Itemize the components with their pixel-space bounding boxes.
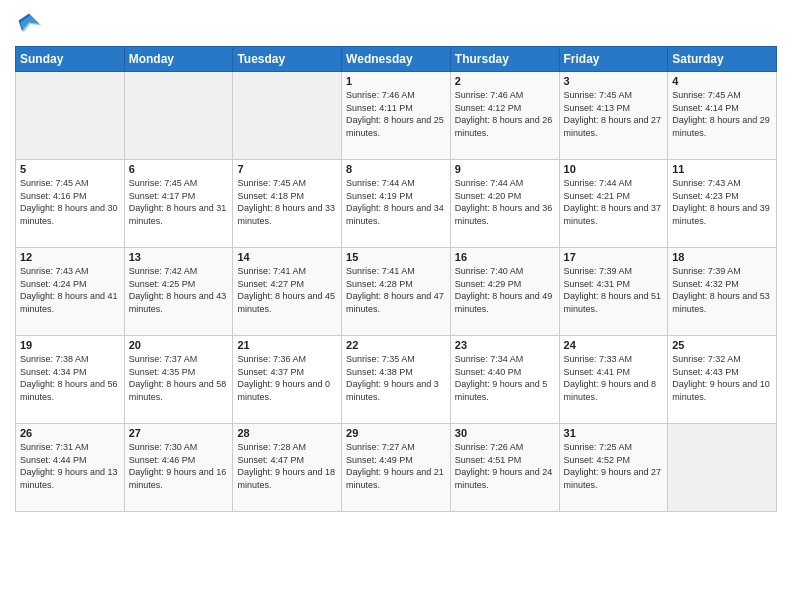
weekday-header-saturday: Saturday — [668, 47, 777, 72]
weekday-header-thursday: Thursday — [450, 47, 559, 72]
day-number: 2 — [455, 75, 555, 87]
calendar-cell: 31Sunrise: 7:25 AMSunset: 4:52 PMDayligh… — [559, 424, 668, 512]
day-info: Sunrise: 7:44 AMSunset: 4:19 PMDaylight:… — [346, 177, 446, 227]
calendar-cell: 2Sunrise: 7:46 AMSunset: 4:12 PMDaylight… — [450, 72, 559, 160]
calendar-cell: 15Sunrise: 7:41 AMSunset: 4:28 PMDayligh… — [342, 248, 451, 336]
day-info: Sunrise: 7:27 AMSunset: 4:49 PMDaylight:… — [346, 441, 446, 491]
day-info: Sunrise: 7:30 AMSunset: 4:46 PMDaylight:… — [129, 441, 229, 491]
calendar-cell: 22Sunrise: 7:35 AMSunset: 4:38 PMDayligh… — [342, 336, 451, 424]
calendar-cell: 18Sunrise: 7:39 AMSunset: 4:32 PMDayligh… — [668, 248, 777, 336]
day-number: 10 — [564, 163, 664, 175]
day-info: Sunrise: 7:41 AMSunset: 4:27 PMDaylight:… — [237, 265, 337, 315]
day-info: Sunrise: 7:26 AMSunset: 4:51 PMDaylight:… — [455, 441, 555, 491]
weekday-header-row: SundayMondayTuesdayWednesdayThursdayFrid… — [16, 47, 777, 72]
day-info: Sunrise: 7:39 AMSunset: 4:31 PMDaylight:… — [564, 265, 664, 315]
weekday-header-wednesday: Wednesday — [342, 47, 451, 72]
week-row-3: 12Sunrise: 7:43 AMSunset: 4:24 PMDayligh… — [16, 248, 777, 336]
calendar-table: SundayMondayTuesdayWednesdayThursdayFrid… — [15, 46, 777, 512]
day-info: Sunrise: 7:45 AMSunset: 4:18 PMDaylight:… — [237, 177, 337, 227]
calendar-cell: 17Sunrise: 7:39 AMSunset: 4:31 PMDayligh… — [559, 248, 668, 336]
day-info: Sunrise: 7:45 AMSunset: 4:17 PMDaylight:… — [129, 177, 229, 227]
day-number: 13 — [129, 251, 229, 263]
day-number: 3 — [564, 75, 664, 87]
week-row-4: 19Sunrise: 7:38 AMSunset: 4:34 PMDayligh… — [16, 336, 777, 424]
day-number: 14 — [237, 251, 337, 263]
calendar-cell: 28Sunrise: 7:28 AMSunset: 4:47 PMDayligh… — [233, 424, 342, 512]
calendar-cell: 29Sunrise: 7:27 AMSunset: 4:49 PMDayligh… — [342, 424, 451, 512]
calendar-cell: 5Sunrise: 7:45 AMSunset: 4:16 PMDaylight… — [16, 160, 125, 248]
weekday-header-monday: Monday — [124, 47, 233, 72]
day-info: Sunrise: 7:44 AMSunset: 4:21 PMDaylight:… — [564, 177, 664, 227]
calendar-cell: 6Sunrise: 7:45 AMSunset: 4:17 PMDaylight… — [124, 160, 233, 248]
day-number: 1 — [346, 75, 446, 87]
day-number: 17 — [564, 251, 664, 263]
day-number: 24 — [564, 339, 664, 351]
day-number: 22 — [346, 339, 446, 351]
day-info: Sunrise: 7:34 AMSunset: 4:40 PMDaylight:… — [455, 353, 555, 403]
logo — [15, 10, 47, 38]
day-info: Sunrise: 7:43 AMSunset: 4:24 PMDaylight:… — [20, 265, 120, 315]
week-row-1: 1Sunrise: 7:46 AMSunset: 4:11 PMDaylight… — [16, 72, 777, 160]
calendar-cell: 4Sunrise: 7:45 AMSunset: 4:14 PMDaylight… — [668, 72, 777, 160]
calendar-cell: 7Sunrise: 7:45 AMSunset: 4:18 PMDaylight… — [233, 160, 342, 248]
day-info: Sunrise: 7:37 AMSunset: 4:35 PMDaylight:… — [129, 353, 229, 403]
week-row-2: 5Sunrise: 7:45 AMSunset: 4:16 PMDaylight… — [16, 160, 777, 248]
day-number: 26 — [20, 427, 120, 439]
day-info: Sunrise: 7:45 AMSunset: 4:14 PMDaylight:… — [672, 89, 772, 139]
day-info: Sunrise: 7:25 AMSunset: 4:52 PMDaylight:… — [564, 441, 664, 491]
day-number: 31 — [564, 427, 664, 439]
day-number: 16 — [455, 251, 555, 263]
day-number: 11 — [672, 163, 772, 175]
calendar-cell: 25Sunrise: 7:32 AMSunset: 4:43 PMDayligh… — [668, 336, 777, 424]
calendar-cell: 26Sunrise: 7:31 AMSunset: 4:44 PMDayligh… — [16, 424, 125, 512]
day-number: 12 — [20, 251, 120, 263]
day-info: Sunrise: 7:42 AMSunset: 4:25 PMDaylight:… — [129, 265, 229, 315]
day-number: 15 — [346, 251, 446, 263]
day-number: 30 — [455, 427, 555, 439]
day-info: Sunrise: 7:45 AMSunset: 4:16 PMDaylight:… — [20, 177, 120, 227]
calendar-cell: 20Sunrise: 7:37 AMSunset: 4:35 PMDayligh… — [124, 336, 233, 424]
day-info: Sunrise: 7:31 AMSunset: 4:44 PMDaylight:… — [20, 441, 120, 491]
day-info: Sunrise: 7:33 AMSunset: 4:41 PMDaylight:… — [564, 353, 664, 403]
calendar-cell: 21Sunrise: 7:36 AMSunset: 4:37 PMDayligh… — [233, 336, 342, 424]
header — [15, 10, 777, 38]
calendar-cell — [124, 72, 233, 160]
day-number: 18 — [672, 251, 772, 263]
weekday-header-sunday: Sunday — [16, 47, 125, 72]
calendar-cell — [233, 72, 342, 160]
day-number: 6 — [129, 163, 229, 175]
logo-icon — [15, 10, 43, 38]
weekday-header-friday: Friday — [559, 47, 668, 72]
day-info: Sunrise: 7:32 AMSunset: 4:43 PMDaylight:… — [672, 353, 772, 403]
day-number: 7 — [237, 163, 337, 175]
day-info: Sunrise: 7:36 AMSunset: 4:37 PMDaylight:… — [237, 353, 337, 403]
calendar-cell — [668, 424, 777, 512]
day-info: Sunrise: 7:35 AMSunset: 4:38 PMDaylight:… — [346, 353, 446, 403]
calendar-cell: 12Sunrise: 7:43 AMSunset: 4:24 PMDayligh… — [16, 248, 125, 336]
day-number: 21 — [237, 339, 337, 351]
calendar-cell: 14Sunrise: 7:41 AMSunset: 4:27 PMDayligh… — [233, 248, 342, 336]
day-info: Sunrise: 7:40 AMSunset: 4:29 PMDaylight:… — [455, 265, 555, 315]
day-number: 27 — [129, 427, 229, 439]
page: SundayMondayTuesdayWednesdayThursdayFrid… — [0, 0, 792, 612]
calendar-cell: 8Sunrise: 7:44 AMSunset: 4:19 PMDaylight… — [342, 160, 451, 248]
calendar-cell — [16, 72, 125, 160]
calendar-cell: 3Sunrise: 7:45 AMSunset: 4:13 PMDaylight… — [559, 72, 668, 160]
calendar-cell: 10Sunrise: 7:44 AMSunset: 4:21 PMDayligh… — [559, 160, 668, 248]
day-number: 19 — [20, 339, 120, 351]
day-number: 4 — [672, 75, 772, 87]
day-number: 9 — [455, 163, 555, 175]
day-info: Sunrise: 7:28 AMSunset: 4:47 PMDaylight:… — [237, 441, 337, 491]
day-number: 8 — [346, 163, 446, 175]
calendar-cell: 19Sunrise: 7:38 AMSunset: 4:34 PMDayligh… — [16, 336, 125, 424]
calendar-cell: 13Sunrise: 7:42 AMSunset: 4:25 PMDayligh… — [124, 248, 233, 336]
day-number: 23 — [455, 339, 555, 351]
day-info: Sunrise: 7:43 AMSunset: 4:23 PMDaylight:… — [672, 177, 772, 227]
day-info: Sunrise: 7:44 AMSunset: 4:20 PMDaylight:… — [455, 177, 555, 227]
day-number: 20 — [129, 339, 229, 351]
calendar-cell: 27Sunrise: 7:30 AMSunset: 4:46 PMDayligh… — [124, 424, 233, 512]
day-info: Sunrise: 7:41 AMSunset: 4:28 PMDaylight:… — [346, 265, 446, 315]
weekday-header-tuesday: Tuesday — [233, 47, 342, 72]
day-number: 25 — [672, 339, 772, 351]
calendar-cell: 16Sunrise: 7:40 AMSunset: 4:29 PMDayligh… — [450, 248, 559, 336]
